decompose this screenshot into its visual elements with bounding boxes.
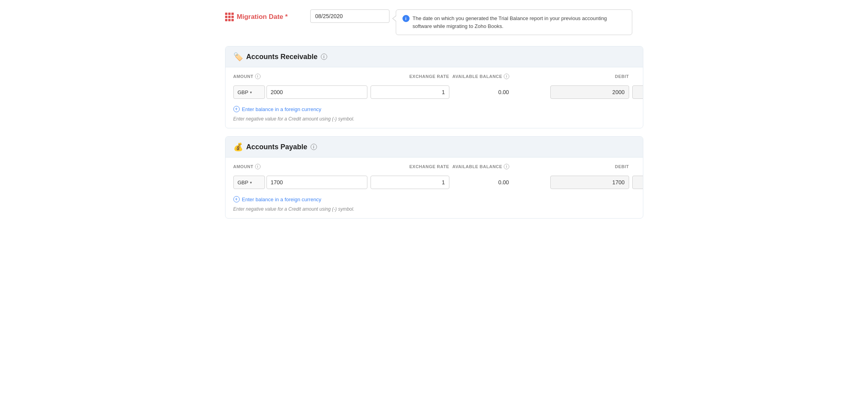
credit-input-accounts-payable[interactable]	[632, 176, 643, 189]
debit-input-accounts-payable[interactable]	[550, 176, 629, 189]
section-accounts-payable: 💰 Accounts Payable i AMOUNT i EXCHANGE R…	[225, 136, 643, 219]
foreign-currency-link-accounts-payable[interactable]: Enter balance in a foreign currency	[242, 197, 322, 202]
section-header-accounts-receivable: 🏷️ Accounts Receivable i	[225, 46, 643, 67]
available-balance-value-accounts-payable: 0.00	[453, 179, 547, 185]
exchange-rate-cell-accounts-receivable	[371, 85, 449, 99]
exchange-rate-input-accounts-payable[interactable]	[371, 176, 449, 189]
section-accounts-receivable: 🏷️ Accounts Receivable i AMOUNT i EXCHAN…	[225, 46, 643, 128]
col-header-avail-accounts-payable: AVAILABLE BALANCE i	[453, 164, 547, 169]
available-balance-value-accounts-receivable: 0.00	[453, 89, 547, 95]
col-header-credit-accounts-payable: CREDIT	[632, 164, 643, 169]
amount-input-accounts-payable[interactable]	[266, 176, 367, 189]
table-headers-accounts-receivable: AMOUNT i EXCHANGE RATE AVAILABLE BALANCE…	[225, 67, 643, 82]
debit-cell-accounts-receivable	[550, 85, 629, 99]
col-header-debit-accounts-receivable: DEBIT	[550, 74, 629, 79]
sections-container: 🏷️ Accounts Receivable i AMOUNT i EXCHAN…	[225, 46, 643, 219]
credit-cell-accounts-receivable	[632, 85, 643, 99]
section-info-icon-accounts-payable[interactable]: i	[311, 144, 317, 150]
amount-info-icon-accounts-payable[interactable]: i	[255, 164, 261, 169]
hint-text-accounts-payable: Enter negative value for a Credit amount…	[225, 205, 643, 218]
plus-circle-icon-accounts-receivable: +	[233, 106, 240, 112]
amount-info-icon-accounts-receivable[interactable]: i	[255, 74, 261, 79]
exchange-rate-cell-accounts-payable	[371, 176, 449, 189]
col-header-exchange-accounts-payable: EXCHANGE RATE	[371, 164, 449, 169]
amount-input-accounts-receivable[interactable]	[266, 85, 367, 99]
col-header-avail-accounts-receivable: AVAILABLE BALANCE i	[453, 74, 547, 79]
col-header-credit-accounts-receivable: CREDIT	[632, 74, 643, 79]
section-coin-icon-accounts-payable: 💰	[233, 142, 243, 152]
plus-circle-icon-accounts-payable: +	[233, 196, 240, 202]
section-coin-icon-accounts-receivable: 🏷️	[233, 52, 243, 61]
section-title-accounts-payable: Accounts Payable	[246, 143, 307, 151]
tooltip-info-icon: i	[402, 15, 410, 22]
migration-date-input[interactable]	[310, 9, 389, 23]
currency-value-accounts-receivable: GBP	[238, 89, 248, 95]
amount-cell-accounts-payable: GBP ▾	[233, 176, 367, 189]
tooltip-text: The date on which you generated the Tria…	[413, 15, 626, 30]
available-balance-info-icon-accounts-payable[interactable]: i	[504, 164, 509, 169]
grid-icon	[225, 13, 234, 21]
section-info-icon-accounts-receivable[interactable]: i	[321, 54, 327, 60]
col-header-amount-accounts-payable: AMOUNT i	[233, 164, 367, 169]
available-balance-info-icon-accounts-receivable[interactable]: i	[504, 74, 509, 79]
migration-date-row: Migration Date * i The date on which you…	[225, 9, 643, 35]
migration-label-text: Migration Date *	[237, 13, 288, 21]
page-container: Migration Date * i The date on which you…	[217, 0, 651, 236]
hint-text-accounts-receivable: Enter negative value for a Credit amount…	[225, 115, 643, 128]
section-header-accounts-payable: 💰 Accounts Payable i	[225, 137, 643, 158]
table-row-accounts-payable: GBP ▾ 0.00	[225, 172, 643, 192]
table-row-accounts-receivable: GBP ▾ 0.00	[225, 82, 643, 102]
currency-value-accounts-payable: GBP	[238, 180, 248, 185]
foreign-currency-row-accounts-payable: + Enter balance in a foreign currency	[225, 192, 643, 205]
foreign-currency-link-accounts-receivable[interactable]: Enter balance in a foreign currency	[242, 106, 322, 112]
currency-select-accounts-payable[interactable]: GBP ▾	[233, 176, 265, 189]
col-header-amount-accounts-receivable: AMOUNT i	[233, 74, 367, 79]
debit-input-accounts-receivable[interactable]	[550, 85, 629, 99]
currency-chevron-accounts-payable: ▾	[250, 180, 252, 185]
col-header-exchange-accounts-receivable: EXCHANGE RATE	[371, 74, 449, 79]
debit-cell-accounts-payable	[550, 176, 629, 189]
credit-cell-accounts-payable	[632, 176, 643, 189]
amount-cell-accounts-receivable: GBP ▾	[233, 85, 367, 99]
col-header-debit-accounts-payable: DEBIT	[550, 164, 629, 169]
migration-label: Migration Date *	[225, 9, 304, 21]
foreign-currency-row-accounts-receivable: + Enter balance in a foreign currency	[225, 102, 643, 115]
credit-input-accounts-receivable[interactable]	[632, 85, 643, 99]
migration-tooltip: i The date on which you generated the Tr…	[396, 9, 632, 35]
exchange-rate-input-accounts-receivable[interactable]	[371, 85, 449, 99]
currency-select-accounts-receivable[interactable]: GBP ▾	[233, 85, 265, 99]
table-headers-accounts-payable: AMOUNT i EXCHANGE RATE AVAILABLE BALANCE…	[225, 158, 643, 172]
section-title-accounts-receivable: Accounts Receivable	[246, 53, 318, 61]
currency-chevron-accounts-receivable: ▾	[250, 90, 252, 95]
